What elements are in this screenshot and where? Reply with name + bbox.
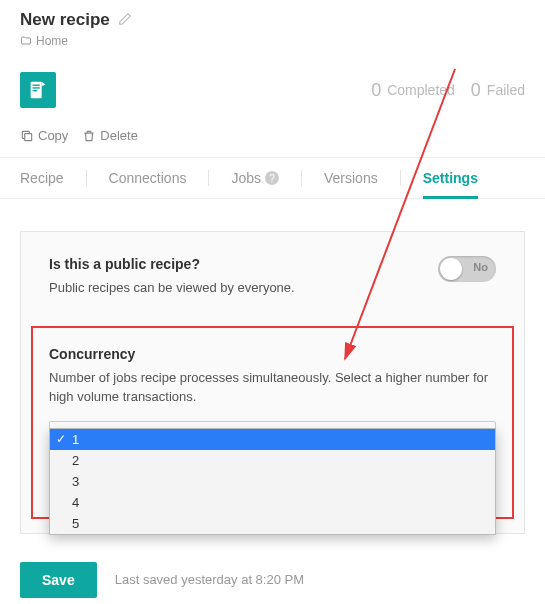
failed-count: 0 — [471, 80, 481, 101]
public-desc: Public recipes can be viewed by everyone… — [49, 278, 295, 298]
last-saved-text: Last saved yesterday at 8:20 PM — [115, 572, 304, 587]
footer: Save Last saved yesterday at 8:20 PM — [0, 548, 545, 605]
copy-icon — [20, 129, 34, 143]
completed-count: 0 — [371, 80, 381, 101]
failed-label: Failed — [487, 82, 525, 98]
concurrency-desc: Number of jobs recipe processes simultan… — [49, 368, 496, 407]
settings-card: Is this a public recipe? Public recipes … — [20, 231, 525, 534]
action-row: Copy Delete — [0, 122, 545, 157]
delete-label: Delete — [100, 128, 138, 143]
svg-rect-4 — [25, 133, 32, 140]
completed-label: Completed — [387, 82, 455, 98]
dropdown-option-3[interactable]: 3 — [50, 471, 495, 492]
tab-separator — [400, 170, 401, 186]
public-recipe-row: Is this a public recipe? Public recipes … — [49, 256, 496, 298]
svg-rect-2 — [33, 87, 40, 88]
tab-connections[interactable]: Connections — [109, 158, 187, 198]
concurrency-highlight-box: Concurrency Number of jobs recipe proces… — [31, 326, 514, 519]
page-title: New recipe — [20, 10, 110, 30]
breadcrumb-home: Home — [36, 34, 68, 48]
concurrency-dropdown[interactable]: 1 2 3 4 5 — [49, 428, 496, 535]
tab-bar: Recipe Connections Jobs ? Versions Setti… — [0, 157, 545, 199]
stats-row: 0 Completed 0 Failed — [0, 54, 545, 122]
public-toggle[interactable]: No — [438, 256, 496, 282]
dropdown-option-2[interactable]: 2 — [50, 450, 495, 471]
svg-rect-3 — [33, 90, 38, 91]
dropdown-option-5[interactable]: 5 — [50, 513, 495, 534]
tab-separator — [86, 170, 87, 186]
folder-icon — [20, 35, 32, 47]
dropdown-option-4[interactable]: 4 — [50, 492, 495, 513]
tab-versions[interactable]: Versions — [324, 158, 378, 198]
help-icon: ? — [265, 171, 279, 185]
trash-icon — [82, 129, 96, 143]
tab-recipe[interactable]: Recipe — [20, 158, 64, 198]
svg-rect-1 — [33, 85, 40, 86]
dropdown-option-1[interactable]: 1 — [50, 429, 495, 450]
failed-stat: 0 Failed — [471, 80, 525, 101]
save-button[interactable]: Save — [20, 562, 97, 598]
content-area: Is this a public recipe? Public recipes … — [0, 199, 545, 554]
tab-settings[interactable]: Settings — [423, 158, 478, 198]
toggle-label: No — [473, 261, 488, 273]
copy-action[interactable]: Copy — [20, 128, 68, 143]
tab-separator — [301, 170, 302, 186]
header: New recipe Home — [0, 0, 545, 54]
tab-jobs[interactable]: Jobs ? — [231, 158, 279, 198]
tab-separator — [208, 170, 209, 186]
tab-jobs-label: Jobs — [231, 170, 261, 186]
edit-title-icon[interactable] — [118, 12, 132, 29]
toggle-knob — [440, 258, 462, 280]
copy-label: Copy — [38, 128, 68, 143]
public-title: Is this a public recipe? — [49, 256, 295, 272]
concurrency-title: Concurrency — [49, 346, 496, 362]
breadcrumb[interactable]: Home — [20, 34, 525, 48]
recipe-app-icon — [20, 72, 56, 108]
delete-action[interactable]: Delete — [82, 128, 138, 143]
completed-stat: 0 Completed — [371, 80, 455, 101]
